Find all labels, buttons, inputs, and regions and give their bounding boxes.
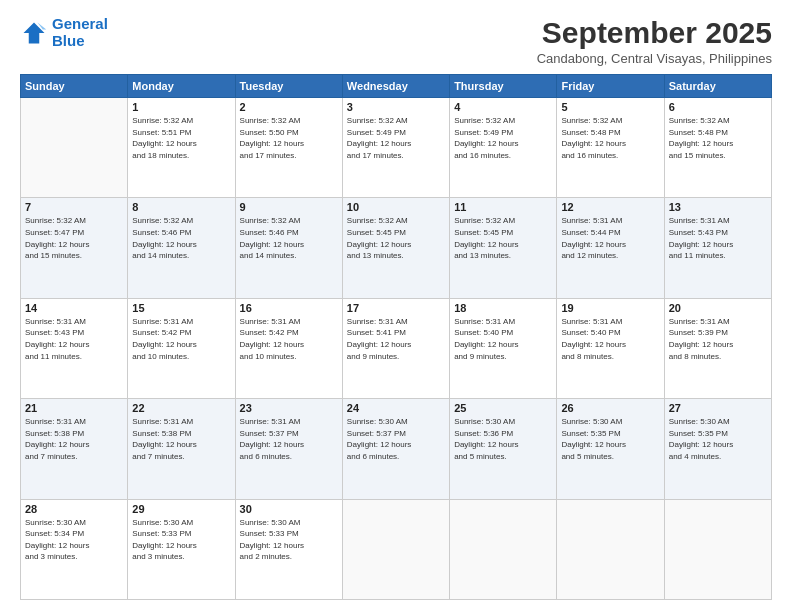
header-day-friday: Friday (557, 75, 664, 98)
day-number: 9 (240, 201, 338, 213)
header: General Blue September 2025 Candabong, C… (20, 16, 772, 66)
day-info: Sunrise: 5:31 AM Sunset: 5:40 PM Dayligh… (561, 316, 659, 362)
day-number: 2 (240, 101, 338, 113)
day-number: 30 (240, 503, 338, 515)
day-info: Sunrise: 5:31 AM Sunset: 5:42 PM Dayligh… (132, 316, 230, 362)
calendar-cell: 23Sunrise: 5:31 AM Sunset: 5:37 PM Dayli… (235, 399, 342, 499)
day-info: Sunrise: 5:31 AM Sunset: 5:42 PM Dayligh… (240, 316, 338, 362)
day-number: 20 (669, 302, 767, 314)
day-info: Sunrise: 5:30 AM Sunset: 5:35 PM Dayligh… (669, 416, 767, 462)
day-info: Sunrise: 5:32 AM Sunset: 5:47 PM Dayligh… (25, 215, 123, 261)
calendar-cell: 27Sunrise: 5:30 AM Sunset: 5:35 PM Dayli… (664, 399, 771, 499)
calendar-week-5: 28Sunrise: 5:30 AM Sunset: 5:34 PM Dayli… (21, 499, 772, 599)
day-info: Sunrise: 5:31 AM Sunset: 5:44 PM Dayligh… (561, 215, 659, 261)
calendar-cell: 4Sunrise: 5:32 AM Sunset: 5:49 PM Daylig… (450, 98, 557, 198)
day-number: 12 (561, 201, 659, 213)
calendar-cell: 16Sunrise: 5:31 AM Sunset: 5:42 PM Dayli… (235, 298, 342, 398)
day-info: Sunrise: 5:31 AM Sunset: 5:43 PM Dayligh… (669, 215, 767, 261)
day-number: 27 (669, 402, 767, 414)
day-number: 16 (240, 302, 338, 314)
day-number: 5 (561, 101, 659, 113)
calendar-week-2: 7Sunrise: 5:32 AM Sunset: 5:47 PM Daylig… (21, 198, 772, 298)
calendar-cell: 12Sunrise: 5:31 AM Sunset: 5:44 PM Dayli… (557, 198, 664, 298)
day-number: 6 (669, 101, 767, 113)
day-info: Sunrise: 5:31 AM Sunset: 5:37 PM Dayligh… (240, 416, 338, 462)
day-info: Sunrise: 5:31 AM Sunset: 5:40 PM Dayligh… (454, 316, 552, 362)
day-number: 1 (132, 101, 230, 113)
calendar-cell: 15Sunrise: 5:31 AM Sunset: 5:42 PM Dayli… (128, 298, 235, 398)
calendar-cell (21, 98, 128, 198)
day-info: Sunrise: 5:30 AM Sunset: 5:33 PM Dayligh… (240, 517, 338, 563)
header-day-wednesday: Wednesday (342, 75, 449, 98)
header-day-thursday: Thursday (450, 75, 557, 98)
calendar-cell (450, 499, 557, 599)
day-number: 13 (669, 201, 767, 213)
day-number: 15 (132, 302, 230, 314)
calendar-cell: 26Sunrise: 5:30 AM Sunset: 5:35 PM Dayli… (557, 399, 664, 499)
day-info: Sunrise: 5:30 AM Sunset: 5:33 PM Dayligh… (132, 517, 230, 563)
day-number: 14 (25, 302, 123, 314)
calendar-cell (557, 499, 664, 599)
calendar-cell: 3Sunrise: 5:32 AM Sunset: 5:49 PM Daylig… (342, 98, 449, 198)
day-info: Sunrise: 5:30 AM Sunset: 5:34 PM Dayligh… (25, 517, 123, 563)
calendar-cell: 14Sunrise: 5:31 AM Sunset: 5:43 PM Dayli… (21, 298, 128, 398)
calendar-cell: 2Sunrise: 5:32 AM Sunset: 5:50 PM Daylig… (235, 98, 342, 198)
logo-icon (20, 19, 48, 47)
day-info: Sunrise: 5:30 AM Sunset: 5:35 PM Dayligh… (561, 416, 659, 462)
day-number: 4 (454, 101, 552, 113)
calendar-subtitle: Candabong, Central Visayas, Philippines (537, 51, 772, 66)
day-info: Sunrise: 5:32 AM Sunset: 5:51 PM Dayligh… (132, 115, 230, 161)
calendar-cell (664, 499, 771, 599)
calendar-cell: 17Sunrise: 5:31 AM Sunset: 5:41 PM Dayli… (342, 298, 449, 398)
calendar-cell: 13Sunrise: 5:31 AM Sunset: 5:43 PM Dayli… (664, 198, 771, 298)
day-info: Sunrise: 5:32 AM Sunset: 5:49 PM Dayligh… (454, 115, 552, 161)
day-number: 19 (561, 302, 659, 314)
logo-text: General Blue (52, 16, 108, 49)
day-number: 26 (561, 402, 659, 414)
calendar-title: September 2025 (537, 16, 772, 49)
calendar-cell: 8Sunrise: 5:32 AM Sunset: 5:46 PM Daylig… (128, 198, 235, 298)
day-number: 21 (25, 402, 123, 414)
header-day-monday: Monday (128, 75, 235, 98)
calendar-cell: 30Sunrise: 5:30 AM Sunset: 5:33 PM Dayli… (235, 499, 342, 599)
page: General Blue September 2025 Candabong, C… (0, 0, 792, 612)
day-info: Sunrise: 5:32 AM Sunset: 5:49 PM Dayligh… (347, 115, 445, 161)
day-info: Sunrise: 5:31 AM Sunset: 5:38 PM Dayligh… (132, 416, 230, 462)
header-day-saturday: Saturday (664, 75, 771, 98)
day-info: Sunrise: 5:32 AM Sunset: 5:48 PM Dayligh… (669, 115, 767, 161)
title-block: September 2025 Candabong, Central Visaya… (537, 16, 772, 66)
day-info: Sunrise: 5:30 AM Sunset: 5:37 PM Dayligh… (347, 416, 445, 462)
day-number: 3 (347, 101, 445, 113)
calendar-cell: 18Sunrise: 5:31 AM Sunset: 5:40 PM Dayli… (450, 298, 557, 398)
calendar-cell (342, 499, 449, 599)
day-number: 28 (25, 503, 123, 515)
header-day-sunday: Sunday (21, 75, 128, 98)
logo: General Blue (20, 16, 108, 49)
day-number: 7 (25, 201, 123, 213)
day-info: Sunrise: 5:32 AM Sunset: 5:46 PM Dayligh… (240, 215, 338, 261)
day-info: Sunrise: 5:31 AM Sunset: 5:43 PM Dayligh… (25, 316, 123, 362)
day-number: 8 (132, 201, 230, 213)
day-number: 11 (454, 201, 552, 213)
day-info: Sunrise: 5:32 AM Sunset: 5:46 PM Dayligh… (132, 215, 230, 261)
calendar-cell: 9Sunrise: 5:32 AM Sunset: 5:46 PM Daylig… (235, 198, 342, 298)
day-info: Sunrise: 5:32 AM Sunset: 5:50 PM Dayligh… (240, 115, 338, 161)
day-info: Sunrise: 5:31 AM Sunset: 5:39 PM Dayligh… (669, 316, 767, 362)
day-number: 10 (347, 201, 445, 213)
day-number: 17 (347, 302, 445, 314)
calendar-cell: 20Sunrise: 5:31 AM Sunset: 5:39 PM Dayli… (664, 298, 771, 398)
day-number: 22 (132, 402, 230, 414)
day-number: 23 (240, 402, 338, 414)
day-info: Sunrise: 5:30 AM Sunset: 5:36 PM Dayligh… (454, 416, 552, 462)
header-day-tuesday: Tuesday (235, 75, 342, 98)
calendar-cell: 25Sunrise: 5:30 AM Sunset: 5:36 PM Dayli… (450, 399, 557, 499)
calendar-cell: 21Sunrise: 5:31 AM Sunset: 5:38 PM Dayli… (21, 399, 128, 499)
calendar-cell: 1Sunrise: 5:32 AM Sunset: 5:51 PM Daylig… (128, 98, 235, 198)
day-info: Sunrise: 5:32 AM Sunset: 5:45 PM Dayligh… (347, 215, 445, 261)
calendar-week-3: 14Sunrise: 5:31 AM Sunset: 5:43 PM Dayli… (21, 298, 772, 398)
calendar-week-1: 1Sunrise: 5:32 AM Sunset: 5:51 PM Daylig… (21, 98, 772, 198)
day-info: Sunrise: 5:32 AM Sunset: 5:48 PM Dayligh… (561, 115, 659, 161)
day-number: 29 (132, 503, 230, 515)
calendar-cell: 5Sunrise: 5:32 AM Sunset: 5:48 PM Daylig… (557, 98, 664, 198)
day-info: Sunrise: 5:31 AM Sunset: 5:38 PM Dayligh… (25, 416, 123, 462)
